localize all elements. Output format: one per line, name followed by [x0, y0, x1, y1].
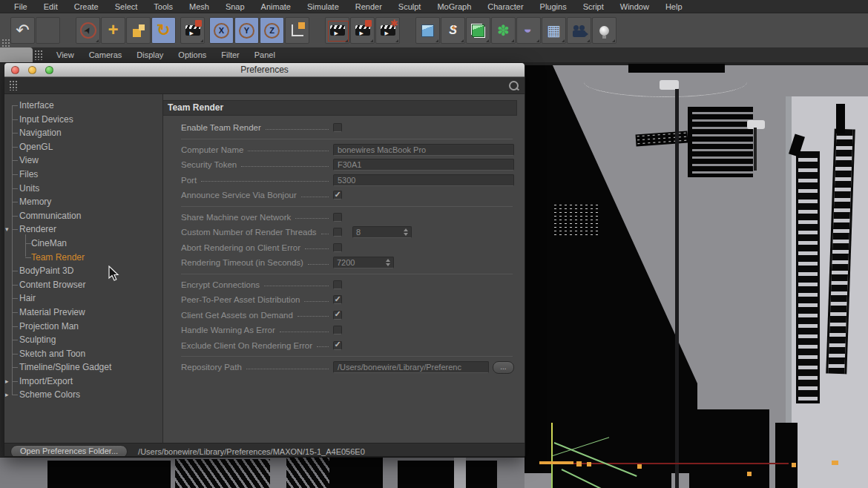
security-token-field[interactable] — [333, 159, 514, 171]
expander-closed-icon[interactable]: ▸ — [5, 388, 9, 402]
menu-render[interactable]: Render — [347, 2, 390, 11]
sidebar-item-projection-man[interactable]: Projection Man — [4, 320, 162, 334]
sidebar-item-hair[interactable]: Hair — [4, 291, 162, 306]
sidebar-item-communication[interactable]: Communication — [4, 209, 162, 223]
menu-snap[interactable]: Snap — [217, 2, 253, 11]
vp-menu-cameras[interactable]: Cameras — [82, 50, 130, 59]
render-threads-stepper[interactable]: 8 — [352, 226, 412, 238]
warning-as-error-checkbox[interactable] — [333, 326, 342, 334]
sidebar-item-input-devices[interactable]: Input Devices — [4, 113, 162, 127]
sidebar-item-team-render[interactable]: Team Render — [4, 251, 162, 265]
expander-closed-icon[interactable]: ▸ — [5, 375, 9, 389]
menu-help[interactable]: Help — [657, 2, 691, 11]
sidebar-item-material-preview[interactable]: Material Preview — [4, 306, 162, 320]
menu-character[interactable]: Character — [479, 2, 531, 11]
menu-select[interactable]: Select — [107, 2, 146, 11]
sidebar-item-navigation[interactable]: Navigation — [4, 126, 162, 140]
sidebar-item-sketch-and-toon[interactable]: Sketch and Toon — [4, 347, 162, 361]
peer-to-peer-checkbox[interactable]: ✓ — [333, 295, 342, 304]
sidebar-item-units[interactable]: Units — [4, 182, 162, 196]
last-used-tool-icon[interactable] — [180, 17, 205, 44]
coordinate-system-icon[interactable] — [285, 17, 309, 44]
menu-animate[interactable]: Animate — [253, 2, 299, 11]
menu-simulate[interactable]: Simulate — [299, 2, 347, 11]
share-machine-checkbox[interactable] — [333, 213, 342, 222]
setting-row: Computer Name — [181, 142, 514, 158]
lock-x-axis-icon[interactable]: X — [209, 17, 234, 44]
lock-z-axis-icon[interactable]: Z — [260, 17, 284, 44]
menu-mograph[interactable]: MoGraph — [429, 2, 479, 11]
open-preferences-folder-button[interactable]: Open Preferences Folder... — [10, 445, 128, 458]
exclude-client-checkbox[interactable]: ✓ — [333, 341, 342, 350]
vp-menu-options[interactable]: Options — [171, 50, 214, 59]
sidebar-item-content-browser[interactable]: Content Browser — [4, 278, 162, 292]
enable-team-render-checkbox[interactable] — [333, 123, 342, 132]
sidebar-item-cineman[interactable]: CineMan — [4, 237, 162, 251]
abort-on-client-error-checkbox[interactable] — [333, 243, 342, 252]
menu-tools[interactable]: Tools — [145, 2, 181, 11]
make-editable-icon[interactable] — [466, 17, 490, 44]
announce-bonjour-checkbox[interactable]: ✓ — [333, 191, 342, 200]
add-cube-icon[interactable] — [415, 17, 440, 44]
vp-menu-display[interactable]: Display — [129, 50, 171, 59]
sidebar-item-bodypaint-3d[interactable]: BodyPaint 3D — [4, 264, 162, 278]
panel-grip[interactable] — [9, 80, 18, 90]
sidebar-item-memory[interactable]: Memory — [4, 195, 162, 209]
rendering-timeout-stepper[interactable]: 7200 — [333, 257, 394, 268]
array-object-icon[interactable]: ✽ — [491, 17, 516, 44]
move-tool-icon[interactable]: + — [101, 17, 125, 44]
sidebar-item-view[interactable]: View — [4, 154, 162, 168]
render-picture-viewer-icon[interactable] — [350, 17, 375, 44]
repository-path-field[interactable] — [333, 361, 489, 373]
menu-edit[interactable]: Edit — [36, 2, 66, 11]
camera-object-icon[interactable] — [567, 17, 591, 44]
menu-script[interactable]: Script — [575, 2, 612, 11]
menu-sculpt[interactable]: Sculpt — [390, 2, 430, 11]
stair-railing-2 — [286, 458, 329, 488]
vp-menu-filter[interactable]: Filter — [214, 50, 246, 59]
menu-plugins[interactable]: Plugins — [532, 2, 575, 11]
menu-file[interactable]: File — [6, 2, 36, 11]
menu-mesh[interactable]: Mesh — [181, 2, 217, 11]
sidebar-item-timeline-spline-gadget[interactable]: Timeline/Spline Gadget — [4, 360, 162, 375]
viewport-3d[interactable] — [525, 62, 868, 488]
sidebar-item-scheme-colors[interactable]: ▸Scheme Colors — [4, 388, 162, 402]
browse-path-button[interactable]: ... — [493, 361, 514, 374]
computer-name-field[interactable] — [333, 144, 514, 156]
menu-window[interactable]: Window — [612, 2, 657, 11]
floor-object-icon[interactable]: ▦ — [542, 17, 566, 44]
viewport-bottom-strip[interactable] — [0, 457, 525, 488]
sidebar-item-sculpting[interactable]: Sculpting — [4, 333, 162, 347]
expander-open-icon[interactable]: ▾ — [5, 222, 9, 237]
search-icon[interactable] — [509, 81, 519, 90]
viewport-menu-grip[interactable] — [34, 50, 43, 60]
scale-tool-icon[interactable] — [126, 17, 151, 44]
render-settings-icon[interactable]: ✱ — [375, 17, 400, 44]
vp-menu-view[interactable]: View — [49, 50, 82, 59]
vp-menu-panel[interactable]: Panel — [247, 50, 283, 59]
undo-icon[interactable]: ↶ — [10, 17, 35, 44]
custom-threads-checkbox[interactable] — [333, 228, 342, 237]
live-selection-icon[interactable]: ➤ — [76, 17, 100, 44]
light-object-icon[interactable] — [592, 17, 617, 44]
assets-on-demand-checkbox[interactable]: ✓ — [333, 311, 342, 320]
lock-y-axis-icon[interactable]: Y — [234, 17, 259, 44]
sidebar-item-renderer[interactable]: ▾Renderer — [4, 222, 162, 237]
sidebar-item-opengl[interactable]: OpenGL — [4, 140, 162, 154]
sidebar-item-files[interactable]: Files — [4, 168, 162, 182]
port-field[interactable] — [333, 174, 514, 186]
setting-row: Rendering Timeout (in Seconds) 7200 — [181, 255, 514, 271]
stepper-arrows-icon[interactable] — [386, 259, 390, 266]
stepper-arrows-icon[interactable] — [404, 228, 408, 236]
menu-create[interactable]: Create — [66, 2, 107, 11]
sidebar-item-import-export[interactable]: ▸Import/Export — [4, 375, 162, 389]
rotate-tool-icon[interactable]: ↻ — [151, 17, 176, 44]
render-view-icon[interactable] — [325, 17, 349, 44]
add-spline-icon[interactable]: S+ — [441, 17, 465, 44]
bend-deformer-icon[interactable]: ◗ — [516, 17, 541, 44]
sidebar-item-interface[interactable]: Interface — [4, 99, 162, 113]
redo-icon[interactable] — [36, 17, 60, 44]
window-title-bar[interactable]: Preferences — [4, 63, 525, 77]
setting-row: Abort Rendering on Client Error — [181, 240, 514, 256]
encrypt-connections-checkbox[interactable] — [333, 280, 342, 289]
